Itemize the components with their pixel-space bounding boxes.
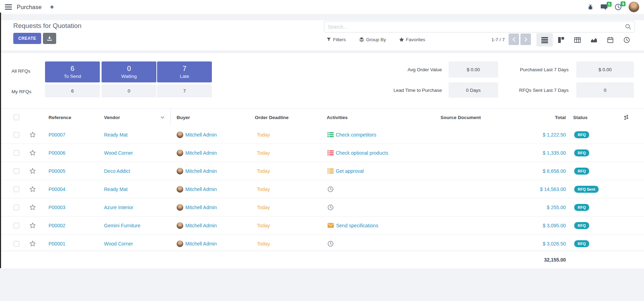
footer-total: 32,155.00 xyxy=(544,257,566,263)
buyer-name-link[interactable]: Mitchell Admin xyxy=(185,241,217,247)
my-late-cell[interactable]: 7 xyxy=(157,85,212,97)
my-waiting-cell[interactable]: 0 xyxy=(102,85,156,97)
column-source-document[interactable]: Source Document xyxy=(441,109,481,126)
group-by-button[interactable]: Group By xyxy=(359,37,386,42)
download-icon xyxy=(47,36,52,41)
table-row[interactable]: P00005 Deco Addict Mitchell Admin Today … xyxy=(0,162,644,180)
favorites-button[interactable]: Favorites xyxy=(399,37,425,42)
tasks-activity-icon[interactable] xyxy=(327,168,334,174)
activities-count-badge: 9 xyxy=(621,1,626,6)
list-view-button[interactable] xyxy=(536,33,553,46)
vendor-link[interactable]: Ready Mat xyxy=(104,132,128,138)
create-button[interactable]: CREATE xyxy=(13,33,41,44)
activity-label-link[interactable]: Check optional products xyxy=(336,150,388,156)
column-vendor[interactable]: Vendor xyxy=(104,109,120,126)
buyer-name-link[interactable]: Mitchell Admin xyxy=(185,132,217,138)
vendor-link[interactable]: Deco Addict xyxy=(104,168,130,174)
clock-activity-icon[interactable] xyxy=(327,204,334,211)
reference-link[interactable]: P00005 xyxy=(49,168,65,174)
reference-link[interactable]: P00001 xyxy=(49,241,65,247)
select-all-checkbox[interactable] xyxy=(14,115,19,120)
activity-view-button[interactable] xyxy=(619,33,635,46)
kanban-view-button[interactable] xyxy=(553,33,569,46)
reference-link[interactable]: P00004 xyxy=(49,186,65,192)
my-rfqs-label: My RFQs xyxy=(12,89,31,94)
tile-to-send[interactable]: 6 To Send xyxy=(45,61,100,82)
activity-label-link[interactable]: Send specifications xyxy=(336,223,378,228)
vendor-link[interactable]: Wood Corner xyxy=(104,241,133,247)
table-row[interactable]: P00001 Wood Corner Mitchell Admin Today … xyxy=(0,235,644,253)
search-box xyxy=(324,21,635,32)
activity-cell: Check competitors xyxy=(327,132,376,138)
favorite-star-icon[interactable] xyxy=(29,186,36,192)
vendor-link[interactable]: Azure Interior xyxy=(104,205,133,210)
favorite-star-icon[interactable] xyxy=(29,168,36,174)
favorite-star-icon[interactable] xyxy=(29,222,36,229)
envelope-activity-icon[interactable] xyxy=(327,223,334,228)
row-checkbox[interactable] xyxy=(14,186,19,192)
buyer-name-link[interactable]: Mitchell Admin xyxy=(185,223,217,228)
favorite-star-icon[interactable] xyxy=(29,131,36,138)
buyer-name-link[interactable]: Mitchell Admin xyxy=(185,168,217,174)
activity-label-link[interactable]: Check competitors xyxy=(336,132,376,138)
hamburger-menu-icon[interactable] xyxy=(5,4,12,10)
row-checkbox[interactable] xyxy=(14,223,19,228)
table-row[interactable]: P00007 Ready Mat Mitchell Admin Today Ch… xyxy=(0,126,644,144)
vendor-link[interactable]: Wood Corner xyxy=(104,150,133,156)
vendor-link[interactable]: Ready Mat xyxy=(104,186,128,192)
column-reference[interactable]: Reference xyxy=(49,109,71,126)
reference-link[interactable]: P00002 xyxy=(49,223,65,228)
column-buyer[interactable]: Buyer xyxy=(177,109,190,126)
my-to-send-cell[interactable]: 6 xyxy=(45,85,100,97)
row-checkbox[interactable] xyxy=(14,168,19,174)
reference-link[interactable]: P00007 xyxy=(49,132,65,138)
reference-link[interactable]: P00003 xyxy=(49,205,65,210)
app-title[interactable]: Purchase xyxy=(17,4,42,10)
column-total[interactable]: Total xyxy=(555,109,566,126)
column-activities[interactable]: Activities xyxy=(327,109,348,126)
table-row[interactable]: P00004 Ready Mat Mitchell Admin Today $ … xyxy=(0,180,644,198)
table-row[interactable]: P00006 Wood Corner Mitchell Admin Today … xyxy=(0,144,644,162)
calendar-view-button[interactable] xyxy=(602,33,619,46)
search-input[interactable] xyxy=(324,24,625,30)
activity-label-link[interactable]: Get approval xyxy=(336,168,364,174)
new-tab-plus-icon[interactable]: + xyxy=(50,3,54,11)
buyer-name-link[interactable]: Mitchell Admin xyxy=(185,186,217,192)
favorite-star-icon[interactable] xyxy=(29,204,36,211)
tasks-activity-icon[interactable] xyxy=(327,150,334,156)
toggle-columns-icon[interactable] xyxy=(623,109,629,126)
tile-waiting[interactable]: 0 Waiting xyxy=(102,61,156,82)
column-status[interactable]: Status xyxy=(573,109,587,126)
filters-button[interactable]: Filters xyxy=(327,37,346,42)
tasks-activity-icon[interactable] xyxy=(327,132,334,138)
search-icon[interactable] xyxy=(625,24,635,30)
debug-bug-icon[interactable] xyxy=(587,4,593,10)
messages-icon[interactable]: 5 xyxy=(600,4,608,10)
favorite-star-icon[interactable] xyxy=(29,240,36,247)
table-row[interactable]: P00003 Azure Interior Mitchell Admin Tod… xyxy=(0,198,644,216)
column-divider[interactable] xyxy=(170,109,171,126)
row-checkbox[interactable] xyxy=(14,150,19,156)
pager-previous-button[interactable] xyxy=(509,34,519,45)
column-order-deadline[interactable]: Order Deadline xyxy=(255,109,289,126)
export-button[interactable] xyxy=(43,33,56,44)
graph-view-button[interactable] xyxy=(586,33,602,46)
favorite-star-icon[interactable] xyxy=(29,149,36,156)
activities-clock-icon[interactable]: 9 xyxy=(615,3,622,10)
buyer-name-link[interactable]: Mitchell Admin xyxy=(185,205,217,210)
vendor-link[interactable]: Gemini Furniture xyxy=(104,223,140,228)
reference-link[interactable]: P00006 xyxy=(49,150,65,156)
row-checkbox[interactable] xyxy=(14,241,19,247)
tile-late-label: Late xyxy=(157,74,212,79)
buyer-name-link[interactable]: Mitchell Admin xyxy=(185,150,217,156)
clock-activity-icon[interactable] xyxy=(327,241,334,247)
row-checkbox[interactable] xyxy=(14,205,19,210)
table-row[interactable]: P00002 Gemini Furniture Mitchell Admin T… xyxy=(0,216,644,235)
user-avatar[interactable] xyxy=(629,2,639,12)
row-checkbox[interactable] xyxy=(14,132,19,138)
pager-next-button[interactable] xyxy=(520,34,531,45)
clock-activity-icon[interactable] xyxy=(327,186,334,192)
pivot-view-button[interactable] xyxy=(569,33,586,46)
tile-late[interactable]: 7 Late xyxy=(157,61,212,82)
sort-chevron-icon[interactable] xyxy=(161,109,164,126)
